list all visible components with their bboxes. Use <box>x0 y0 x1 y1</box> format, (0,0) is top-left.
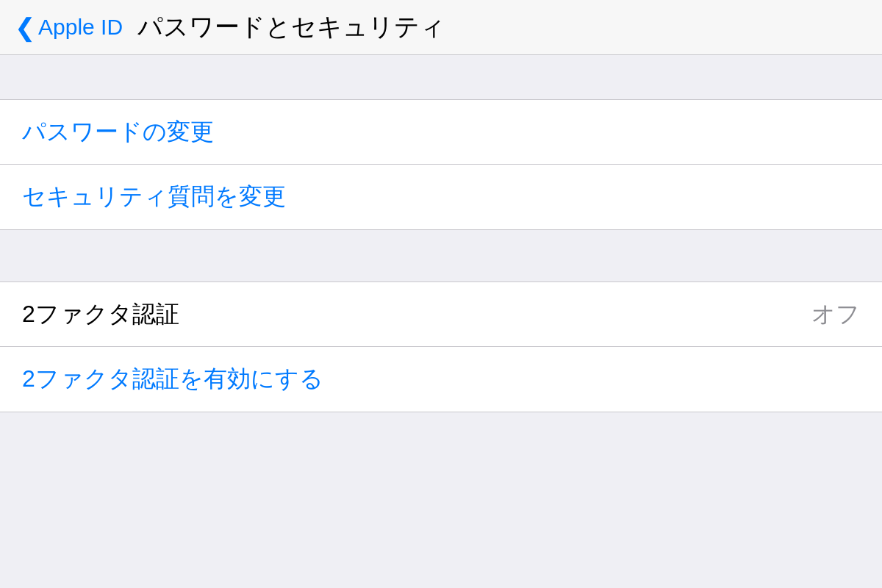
change-password-row[interactable]: パスワードの変更 <box>0 100 882 165</box>
password-settings-group: パスワードの変更 セキュリティ質問を変更 <box>0 99 882 230</box>
change-password-label: パスワードの変更 <box>22 116 214 148</box>
back-chevron-icon: ❮ <box>15 15 35 40</box>
two-factor-row[interactable]: 2ファクタ認証 オフ <box>0 282 882 347</box>
back-button[interactable]: ❮ Apple ID <box>15 15 123 40</box>
page-title: パスワードとセキュリティ <box>137 10 445 44</box>
change-security-question-label: セキュリティ質問を変更 <box>22 181 286 213</box>
back-label: Apple ID <box>38 15 123 40</box>
two-factor-group: 2ファクタ認証 オフ 2ファクタ認証を有効にする <box>0 282 882 412</box>
change-security-question-row[interactable]: セキュリティ質問を変更 <box>0 165 882 229</box>
enable-two-factor-row[interactable]: 2ファクタ認証を有効にする <box>0 347 882 412</box>
group-spacer <box>0 230 882 282</box>
two-factor-value: オフ <box>811 298 860 331</box>
top-spacer <box>0 55 882 99</box>
header: ❮ Apple ID パスワードとセキュリティ <box>0 0 882 55</box>
two-factor-label: 2ファクタ認証 <box>22 298 179 331</box>
enable-two-factor-label: 2ファクタ認証を有効にする <box>22 363 323 395</box>
